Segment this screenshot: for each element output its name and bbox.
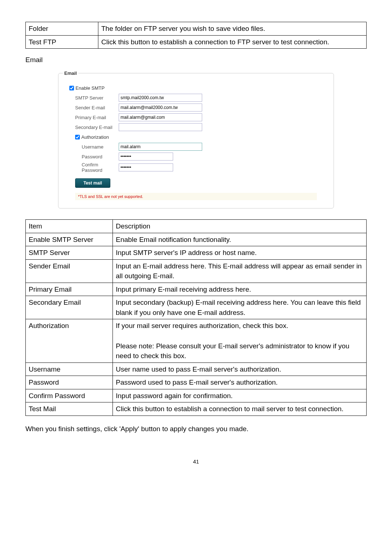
username-input[interactable] [119,143,202,151]
authorization-row: Authorization [64,133,328,141]
confirm-input[interactable] [119,163,173,171]
username-row: Username [64,142,328,151]
table-row: Password Password used to pass E-mail se… [26,376,367,389]
cell-desc: Input SMTP server's IP address or host n… [113,246,367,260]
test-mail-button[interactable]: Test mail [75,178,110,188]
cell-item: Sender Email [26,259,113,283]
cell-folder-label: Folder [26,22,98,36]
enable-smtp-label: Enable SMTP [75,85,105,91]
table-row: Primary Email Input primary E-mail recei… [26,283,367,296]
password-input[interactable] [119,153,173,161]
cell-desc: Enable Email notification functionality. [113,233,367,246]
table-row: Test Mail Click this button to establish… [26,402,367,416]
email-settings-panel: Email Enable SMTP SMTP Server Sender E-m… [58,73,334,208]
password-row: Password [64,152,328,161]
smtp-server-input[interactable] [119,94,202,102]
cell-desc: If your mail server requires authorizati… [113,319,367,362]
email-description-table: Item Description Enable SMTP Server Enab… [25,219,367,416]
table-row: Confirm Password Input password again fo… [26,389,367,402]
sender-input[interactable] [119,104,202,112]
cell-folder-desc: The folder on FTP server you wish to sav… [98,22,367,36]
table-row: SMTP Server Input SMTP server's IP addre… [26,246,367,260]
cell-desc: Input primary E-mail receiving address h… [113,283,367,296]
cell-desc: Click this button to establish a connect… [113,402,367,416]
cell-item: Secondary Email [26,296,113,319]
cell-item: Confirm Password [26,389,113,402]
authorization-label: Authorization [81,134,109,140]
page-number: 41 [25,458,367,465]
table-row: Enable SMTP Server Enable Email notifica… [26,233,367,246]
cell-desc: Password used to pass E-mail server's au… [113,376,367,389]
tls-ssl-note: *TLS and SSL are not yet supported. [75,193,317,200]
password-label: Password [64,154,119,159]
primary-label: Primary E-mail [64,115,119,120]
ftp-table: Folder The folder on FTP server you wish… [25,22,367,49]
header-item: Item [26,220,113,233]
cell-desc: User name used to pass E-mail server's a… [113,362,367,376]
table-header-row: Item Description [26,220,367,233]
cell-item: Password [26,376,113,389]
table-row: Folder The folder on FTP server you wish… [26,22,367,36]
cell-testftp-desc: Click this button to establish a connect… [98,35,367,49]
table-row: Secondary Email Input secondary (backup)… [26,296,367,319]
secondary-row: Secondary E-mail [64,123,328,131]
confirm-row: Confirm Password [64,162,328,173]
primary-row: Primary E-mail [64,113,328,122]
secondary-label: Secondary E-mail [64,125,119,130]
table-row: Authorization If your mail server requir… [26,319,367,362]
cell-item: Authorization [26,319,113,362]
cell-item: Test Mail [26,402,113,416]
cell-item: Enable SMTP Server [26,233,113,246]
smtp-server-label: SMTP Server [64,95,119,101]
sender-label: Sender E-mail [64,105,119,110]
confirm-label: Confirm Password [64,162,119,173]
enable-smtp-row: Enable SMTP [64,84,328,92]
cell-item: Primary Email [26,283,113,296]
table-row: Sender Email Input an E-mail address her… [26,259,367,283]
cell-desc: Input secondary (backup) E-mail receivin… [113,296,367,319]
cell-item: Username [26,362,113,376]
table-row: Test FTP Click this button to establish … [26,35,367,49]
smtp-server-row: SMTP Server [64,93,328,102]
cell-desc: Input an E-mail address here. This E-mai… [113,259,367,283]
header-description: Description [113,220,367,233]
cell-item: SMTP Server [26,246,113,260]
cell-desc: Input password again for confirmation. [113,389,367,402]
enable-smtp-checkbox[interactable] [69,86,74,90]
cell-testftp-label: Test FTP [26,35,98,49]
fieldset-legend: Email [63,70,78,76]
table-row: Username User name used to pass E-mail s… [26,362,367,376]
username-label: Username [64,144,119,150]
section-heading-email: Email [25,56,367,64]
sender-row: Sender E-mail [64,103,328,112]
authorization-checkbox[interactable] [75,135,80,139]
primary-input[interactable] [119,113,202,121]
secondary-input[interactable] [119,123,202,131]
closing-text: When you finish settings, click 'Apply' … [25,425,367,433]
